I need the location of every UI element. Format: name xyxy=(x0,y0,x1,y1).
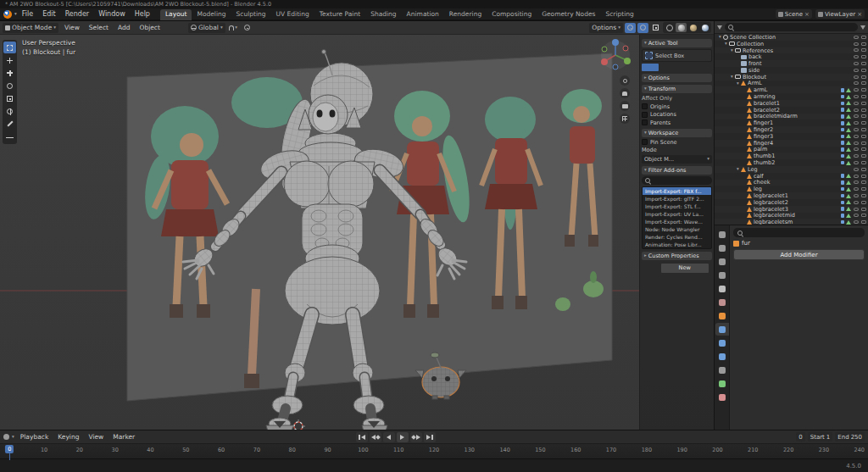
active-tool-button[interactable]: Select Box xyxy=(642,49,712,62)
move-tool[interactable] xyxy=(3,67,16,79)
addon-search-input[interactable] xyxy=(642,176,712,185)
viewport-canvas[interactable] xyxy=(0,35,714,430)
menu-select[interactable]: Select xyxy=(86,24,112,31)
affect-parents-checkbox[interactable]: Parents xyxy=(642,119,712,126)
outliner-row[interactable]: ▾Scene Collection xyxy=(715,34,868,41)
annotate-tool[interactable] xyxy=(3,118,16,130)
disable-in-render-icon[interactable] xyxy=(861,208,866,211)
properties-tab-constraints[interactable] xyxy=(715,364,729,376)
hide-in-viewport-icon[interactable] xyxy=(854,62,859,65)
disable-in-render-icon[interactable] xyxy=(861,62,866,65)
outliner-row[interactable]: ▾References xyxy=(715,47,868,54)
outliner-row[interactable]: ▾Leg xyxy=(715,166,868,173)
unlink-icon[interactable]: × xyxy=(857,11,862,18)
measure-tool[interactable] xyxy=(3,130,16,142)
outliner-row[interactable]: finger2 xyxy=(715,126,868,133)
properties-tab-view-layer[interactable] xyxy=(715,269,729,281)
expander-icon[interactable]: ▾ xyxy=(729,48,735,53)
shading-solid-button[interactable] xyxy=(676,23,687,32)
transform-tool[interactable] xyxy=(3,105,16,117)
disable-in-render-icon[interactable] xyxy=(861,187,866,191)
mode-dropdown[interactable]: Object Mode ▾ xyxy=(3,23,58,33)
disable-in-render-icon[interactable] xyxy=(861,168,866,171)
expander-icon[interactable]: ▾ xyxy=(723,42,729,47)
menu-view-timeline[interactable]: View xyxy=(85,433,107,441)
properties-tab-tool[interactable] xyxy=(715,228,729,241)
properties-search-input[interactable] xyxy=(733,228,865,237)
menu-keying[interactable]: Keying xyxy=(54,433,82,441)
outliner-row[interactable]: leg xyxy=(715,186,868,192)
timeline-ruler[interactable]: 0 01020304050607080901001101201301401501… xyxy=(0,444,868,458)
hide-in-viewport-icon[interactable] xyxy=(854,194,859,197)
unlink-icon[interactable]: × xyxy=(804,11,810,18)
hide-in-viewport-icon[interactable] xyxy=(854,214,859,217)
outliner-row[interactable]: palm xyxy=(715,147,868,153)
workspace-tab-geometry-nodes[interactable]: Geometry Nodes xyxy=(537,9,600,20)
outliner-row[interactable]: calf xyxy=(715,173,868,180)
outliner-row[interactable]: ▾Blockout xyxy=(715,74,868,81)
workspace-tab-animation[interactable]: Animation xyxy=(402,9,444,20)
filter-addons-panel-header[interactable]: ▾Filter Add-ons xyxy=(642,166,712,175)
hide-in-viewport-icon[interactable] xyxy=(854,168,859,171)
new-property-button[interactable]: New xyxy=(660,263,709,274)
disable-in-render-icon[interactable] xyxy=(861,114,866,118)
cursor-tool[interactable] xyxy=(3,54,16,66)
hide-in-viewport-icon[interactable] xyxy=(854,128,859,131)
select-intersect-toggle[interactable] xyxy=(695,64,712,71)
outliner-row[interactable]: thumb2 xyxy=(715,159,868,166)
addon-item[interactable]: Import-Export: FBX f... xyxy=(643,187,711,195)
properties-tab-modifiers[interactable] xyxy=(715,323,729,336)
blender-logo-icon[interactable] xyxy=(3,10,12,19)
hide-in-viewport-icon[interactable] xyxy=(854,161,859,164)
menu-render[interactable]: Render xyxy=(61,8,93,19)
workspace-tab-compositing[interactable]: Compositing xyxy=(487,9,537,20)
disable-in-render-icon[interactable] xyxy=(861,214,866,217)
workspace-tab-texture-paint[interactable]: Texture Paint xyxy=(314,9,365,20)
hide-in-viewport-icon[interactable] xyxy=(854,75,859,79)
disable-in-render-icon[interactable] xyxy=(861,180,866,184)
disable-in-render-icon[interactable] xyxy=(861,147,866,151)
disable-in-render-icon[interactable] xyxy=(861,75,866,79)
disable-in-render-icon[interactable] xyxy=(861,201,866,204)
select-new-toggle[interactable] xyxy=(642,64,659,71)
jump-to-start-button[interactable] xyxy=(356,432,368,442)
hide-in-viewport-icon[interactable] xyxy=(854,42,859,46)
hide-in-viewport-icon[interactable] xyxy=(854,102,859,105)
outliner-row[interactable]: legbracelet3 xyxy=(715,206,868,213)
outliner-row[interactable]: side xyxy=(715,67,868,74)
menu-playback[interactable]: Playback xyxy=(17,433,52,441)
outliner-search-input[interactable] xyxy=(725,23,858,31)
hide-in-viewport-icon[interactable] xyxy=(854,55,859,58)
play-button[interactable] xyxy=(397,432,409,442)
hide-in-viewport-icon[interactable] xyxy=(854,208,859,211)
options-panel-header[interactable]: ▸Options xyxy=(642,74,712,82)
hide-in-viewport-icon[interactable] xyxy=(854,81,859,85)
hide-in-viewport-icon[interactable] xyxy=(854,180,859,184)
jump-to-end-button[interactable] xyxy=(424,432,436,442)
outliner-row[interactable]: ▾Collection xyxy=(715,41,868,47)
outliner-row[interactable]: ▾ArmL xyxy=(715,81,868,87)
proportional-edit-toggle[interactable] xyxy=(242,23,253,33)
outliner-row[interactable]: bracelet2 xyxy=(715,107,868,114)
disable-in-render-icon[interactable] xyxy=(861,81,866,85)
snap-toggle[interactable]: ▾ xyxy=(228,23,239,33)
outliner-row[interactable]: armring xyxy=(715,93,868,100)
outliner-row[interactable]: finger3 xyxy=(715,133,868,140)
workspace-mode-dropdown[interactable]: Object M...▾ xyxy=(642,155,712,164)
xray-toggle[interactable] xyxy=(650,23,661,33)
select-extend-toggle[interactable] xyxy=(659,64,676,71)
addon-item[interactable]: Import-Export: UV La... xyxy=(643,210,711,218)
menu-file[interactable]: File xyxy=(18,8,37,19)
hide-in-viewport-icon[interactable] xyxy=(854,69,859,72)
scene-selector[interactable]: Scene × xyxy=(776,9,812,19)
properties-tab-object[interactable] xyxy=(715,309,729,322)
add-modifier-button[interactable]: Add Modifier xyxy=(733,249,865,260)
hide-in-viewport-icon[interactable] xyxy=(854,147,859,151)
properties-tab-world[interactable] xyxy=(715,296,729,308)
disable-in-render-icon[interactable] xyxy=(861,161,866,164)
transform-orientation-dropdown[interactable]: Global ▾ xyxy=(188,23,225,33)
expander-icon[interactable]: ▾ xyxy=(717,35,723,40)
active-tool-panel-header[interactable]: ▾Active Tool xyxy=(642,39,712,47)
outliner-row[interactable]: legbracelet1 xyxy=(715,192,868,199)
addon-item[interactable]: Render: Cycles Rend... xyxy=(643,233,711,241)
